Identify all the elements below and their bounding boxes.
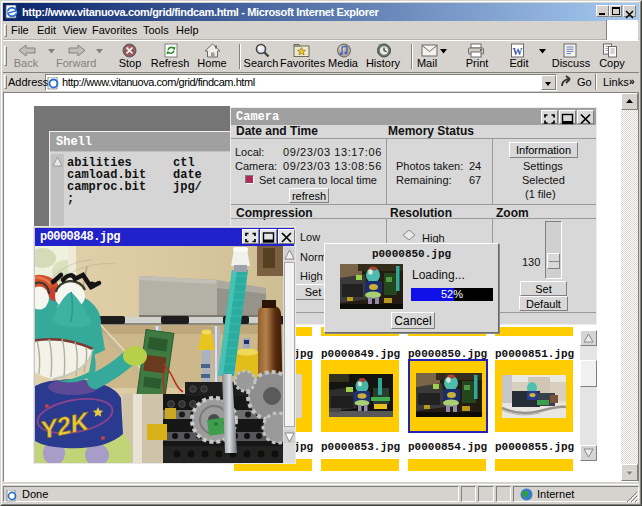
svg-text:W: W	[513, 46, 523, 57]
